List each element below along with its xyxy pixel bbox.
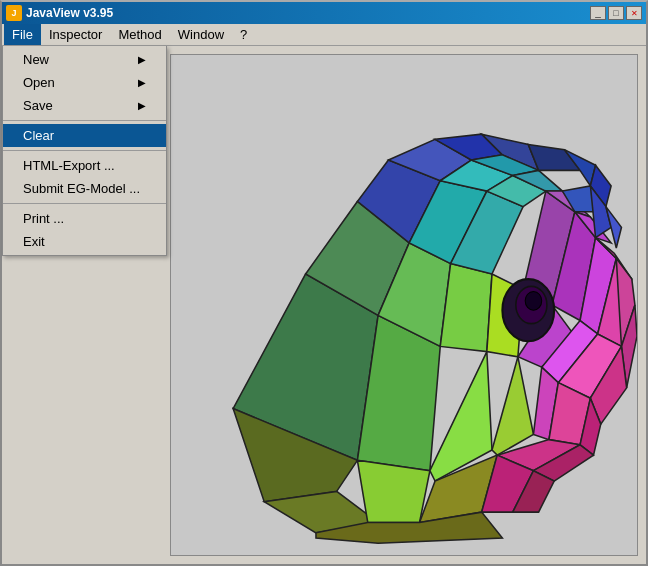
arrow-icon: ▶ [138,100,146,111]
menu-bar: File Inspector Method Window ? New ▶ Ope… [2,24,646,46]
menu-window[interactable]: Window [170,24,232,45]
menu-file[interactable]: File [4,24,41,45]
main-window: J JavaView v3.95 File Inspector Method W… [0,0,648,566]
file-dropdown: New ▶ Open ▶ Save ▶ Clear HTML-Expor [2,46,167,256]
maximize-button[interactable] [608,6,624,20]
svg-marker-10 [492,357,533,455]
menu-method[interactable]: Method [110,24,169,45]
close-button[interactable] [626,6,642,20]
window-title: JavaView v3.95 [26,6,113,20]
app-icon: J [6,5,22,21]
menu-item-submit-eg[interactable]: Submit EG-Model ... [3,177,166,200]
title-bar: J JavaView v3.95 [2,2,646,24]
menu-item-open[interactable]: Open ▶ [3,71,166,94]
canvas-area [170,54,638,556]
file-dropdown-menu: New ▶ Open ▶ Save ▶ Clear HTML-Expor [2,46,167,256]
menu-item-print[interactable]: Print ... [3,207,166,230]
menu-item-save[interactable]: Save ▶ [3,94,166,117]
menu-help[interactable]: ? [232,24,255,45]
menu-item-html-export[interactable]: HTML-Export ... [3,154,166,177]
menu-inspector[interactable]: Inspector [41,24,110,45]
shell-visualization [171,55,637,555]
separator-1 [3,120,166,121]
svg-point-45 [525,292,542,311]
separator-3 [3,203,166,204]
separator-2 [3,150,166,151]
svg-marker-6 [357,460,429,522]
menu-item-clear[interactable]: Clear [3,124,166,147]
minimize-button[interactable] [590,6,606,20]
arrow-icon: ▶ [138,54,146,65]
title-bar-left: J JavaView v3.95 [6,5,113,21]
menu-item-new[interactable]: New ▶ [3,48,166,71]
menu-item-exit[interactable]: Exit [3,230,166,253]
arrow-icon: ▶ [138,77,146,88]
title-controls [590,6,642,20]
